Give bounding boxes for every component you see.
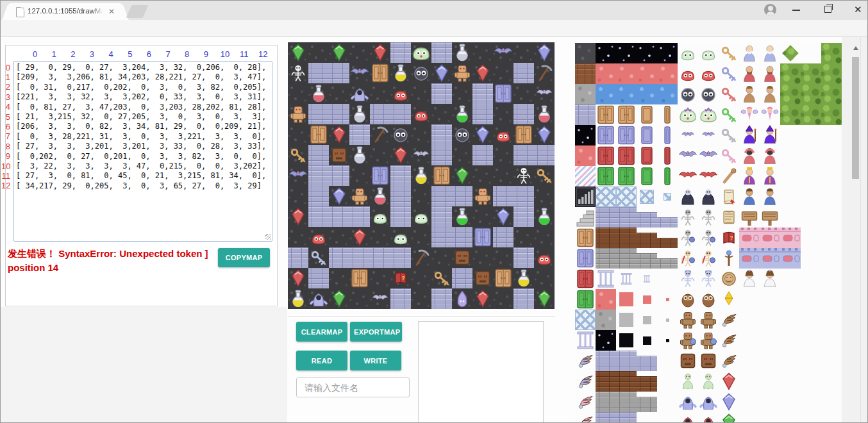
tileset-cell-doorB[interactable] [596, 125, 616, 145]
tileset-cell-wht[interactable] [739, 412, 760, 423]
tileset-cell-brickG[interactable] [616, 392, 637, 412]
tileset-cell-empty[interactable] [637, 269, 657, 289]
map-tile-pickaxe[interactable] [370, 124, 390, 145]
tileset-cell-stairs[interactable] [575, 207, 596, 228]
tileset-cell-wht[interactable] [801, 269, 821, 289]
tileset-cell-batL[interactable] [678, 145, 698, 166]
map-tile-wood-door[interactable] [513, 124, 534, 145]
tileset-cell-empty[interactable] [657, 104, 678, 125]
tileset-cell-doorB[interactable] [575, 248, 596, 269]
tileset-cell-wallP[interactable] [739, 228, 760, 248]
tileset-cell-boy[interactable] [739, 187, 760, 207]
tileset-cell-wht[interactable] [780, 310, 801, 330]
tileset-cell-ghostB[interactable] [698, 392, 719, 412]
browser-tab[interactable]: 127.0.0.1:1055/drawMa ✕ [11, 3, 120, 20]
tileset-cell-brick[interactable] [616, 412, 637, 423]
tileset-cell-night[interactable] [657, 43, 678, 63]
map-tile-yellow-potion[interactable] [390, 63, 411, 83]
map-tile-red-potion[interactable] [534, 104, 555, 124]
tileset-cell-wht[interactable] [780, 166, 801, 187]
tileset-cell-skelF[interactable] [698, 228, 719, 248]
tileset-cell-pinks[interactable] [575, 166, 596, 187]
map-tile-eye-monster[interactable] [411, 63, 431, 83]
map-tile-dark-floor[interactable] [411, 186, 431, 206]
map-tile-stone-brick-wall[interactable] [390, 206, 411, 227]
tileset-cell-armgo[interactable] [698, 330, 719, 351]
tileset-cell-slmman[interactable] [698, 371, 719, 392]
map-tile-purple-bat[interactable] [288, 165, 308, 186]
map-tile-stone-face[interactable] [472, 268, 493, 288]
tileset-cell-batS[interactable] [698, 125, 719, 145]
tileset-cell-wht[interactable] [801, 207, 821, 228]
map-tile-stone-brick-wall[interactable] [431, 145, 452, 165]
map-tile-pale-bat[interactable] [370, 288, 390, 309]
tileset-cell-wht[interactable] [821, 310, 842, 330]
map-tile-blue-door[interactable] [370, 165, 390, 186]
tileset-cell-slimeG[interactable] [698, 43, 719, 63]
map-tile-dark-floor[interactable] [452, 83, 472, 104]
map-tile-stone-brick-wall[interactable] [329, 165, 349, 186]
scrollbar-thumb[interactable] [852, 57, 859, 179]
tileset-cell-wht[interactable] [739, 371, 760, 392]
map-tile-dark-floor[interactable] [370, 145, 390, 165]
tileset-cell-brickB[interactable] [596, 371, 616, 392]
tileset-cell-wht[interactable] [821, 392, 842, 412]
map-tile-stone-brick-wall[interactable] [452, 186, 472, 206]
map-tile-golem[interactable] [472, 186, 493, 206]
map-tile-red-gem[interactable] [288, 206, 308, 227]
tileset-cell-gemB[interactable] [719, 392, 739, 412]
map-tile-stone-face[interactable] [452, 247, 472, 268]
tileset-cell-empty[interactable] [616, 269, 637, 289]
tileset-cell-skel[interactable] [678, 207, 698, 228]
tileset-cell-wallB[interactable] [760, 248, 780, 269]
tileset-cell-ghostR[interactable] [678, 412, 698, 423]
tileset-cell-salm[interactable] [596, 289, 616, 310]
map-tile-pale-bat[interactable] [534, 83, 555, 104]
tileset-cell-doorR[interactable] [616, 145, 637, 166]
tileset-cell-salm[interactable] [596, 63, 616, 84]
write-button[interactable]: WRITE [350, 351, 401, 370]
tileset-cell-rock[interactable] [575, 84, 596, 104]
tileset-cell-pill[interactable] [575, 330, 596, 351]
exportmap-button[interactable]: EXPORTMAP [350, 322, 402, 342]
map-tile-red-gem[interactable] [390, 145, 411, 165]
tileset-cell-water[interactable] [637, 84, 657, 104]
map-tile-gold-key[interactable] [288, 145, 308, 165]
tileset-cell-wht[interactable] [801, 371, 821, 392]
map-tile-stone-brick-wall[interactable] [349, 247, 370, 268]
map-tile-red-slime[interactable] [534, 247, 555, 268]
tileset-cell-wht[interactable] [821, 228, 842, 248]
tileset-cell-club[interactable] [719, 166, 739, 187]
map-tile-purple-gem[interactable] [534, 42, 555, 63]
map-tile-stone-brick-wall[interactable] [472, 83, 493, 104]
tileset-cell-empty[interactable] [637, 351, 657, 371]
tileset-cell-wiz[interactable] [760, 125, 780, 145]
tileset-cell-empty[interactable] [657, 145, 678, 166]
tileset-cell-royal[interactable] [760, 166, 780, 187]
map-tile-green-slime[interactable] [411, 42, 431, 63]
map-tile-stone-brick-wall[interactable] [390, 42, 411, 63]
tileset-cell-sqR1[interactable] [616, 289, 637, 310]
tileset-cell-night[interactable] [596, 43, 616, 63]
tileset-cell-tree[interactable] [821, 63, 842, 84]
tileset-cell-hood[interactable] [739, 145, 760, 166]
tileset-cell-brickG[interactable] [596, 248, 616, 269]
tileset-cell-pill[interactable] [596, 269, 616, 289]
tileset-cell-hood[interactable] [760, 145, 780, 166]
map-tile-dark-floor[interactable] [534, 268, 555, 288]
map-tile-green-gem[interactable] [329, 42, 349, 63]
map-tile-dark-floor[interactable] [513, 83, 534, 104]
tileset-cell-salm[interactable] [657, 63, 678, 84]
tileset-cell-tree[interactable] [801, 63, 821, 84]
map-tile-red-potion[interactable] [370, 186, 390, 206]
tileset-cell-manB[interactable] [739, 43, 760, 63]
map-tile-purple-bat[interactable] [493, 42, 513, 63]
tab-close-icon[interactable]: ✕ [108, 7, 115, 16]
tileset-cell-wht[interactable] [739, 289, 760, 310]
map-tile-dark-floor[interactable] [349, 288, 370, 309]
tileset-cell-brickG[interactable] [596, 392, 616, 412]
tileset-cell-brickB[interactable] [616, 371, 637, 392]
tileset-cell-book[interactable]: ? [719, 228, 739, 248]
map-tile-stone-brick-wall[interactable] [513, 104, 534, 124]
tileset-cell-brickB[interactable] [596, 228, 616, 248]
